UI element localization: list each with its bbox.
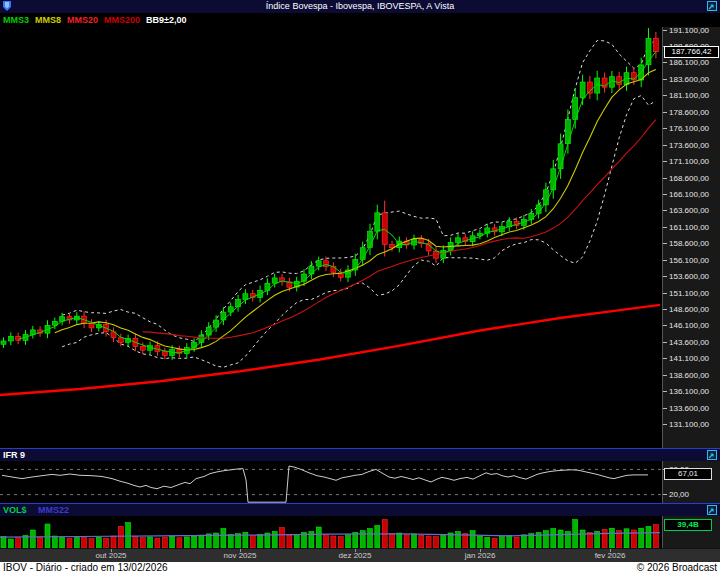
mms200-line bbox=[0, 305, 660, 395]
vol-ma-label: MMS22 bbox=[38, 505, 69, 515]
chart-title: Índice Bovespa - Ibovespa, IBOVESPA, A V… bbox=[0, 1, 720, 11]
price-axis-label: 176.100,00 bbox=[663, 124, 709, 133]
ifr-axis[interactable]: 80,00 20,00 67,01 bbox=[662, 461, 720, 503]
main-price-plot[interactable] bbox=[0, 27, 662, 448]
indicator-legend: MMS3MMS8MMS20MMS200BB9±2,00 bbox=[0, 13, 720, 27]
titlebar: Índice Bovespa - Ibovespa, IBOVESPA, A V… bbox=[0, 0, 720, 13]
price-axis-label: 161.100,00 bbox=[663, 223, 709, 232]
ifr-title: IFR 9 bbox=[3, 450, 25, 460]
price-axis-label: 171.100,00 bbox=[663, 157, 709, 166]
price-axis-label: 173.600,00 bbox=[663, 141, 709, 150]
price-axis-label: 136.100,00 bbox=[663, 387, 709, 396]
last-price-box: 187.766,42 bbox=[664, 46, 719, 58]
popout-icon[interactable] bbox=[707, 1, 717, 11]
broadcast-chart-window: Índice Bovespa - Ibovespa, IBOVESPA, A V… bbox=[0, 0, 720, 575]
price-axis-label: 148.600,00 bbox=[663, 305, 709, 314]
time-axis[interactable]: out 2025nov 2025dez 2025jan 2026fev 2026 bbox=[0, 548, 720, 562]
price-axis-label: 151.100,00 bbox=[663, 289, 709, 298]
month-label-dez: dez 2025 bbox=[339, 551, 372, 560]
vol-title: VOL$ bbox=[3, 505, 27, 515]
price-axis-label: 183.600,00 bbox=[663, 75, 709, 84]
price-axis-label: 143.600,00 bbox=[663, 338, 709, 347]
price-axis-label: 181.100,00 bbox=[663, 91, 709, 100]
month-label-nov: nov 2025 bbox=[224, 551, 257, 560]
mms8-line bbox=[55, 70, 656, 351]
status-left: IBOV - Diário - criado em 13/02/2026 bbox=[3, 562, 168, 573]
ifr-popout-icon[interactable] bbox=[707, 450, 717, 460]
price-axis-label: 156.100,00 bbox=[663, 256, 709, 265]
price-axis-label: 138.600,00 bbox=[663, 371, 709, 380]
legend-item-mms3: MMS3 bbox=[3, 15, 29, 25]
ifr-lower-band-label: 20,00 bbox=[663, 490, 689, 499]
vol-plot[interactable] bbox=[0, 516, 662, 548]
status-right: © 2026 Broadcast bbox=[637, 562, 717, 573]
price-axis-label: 133.600,00 bbox=[663, 404, 709, 413]
ifr-panel-header: IFR 9 bbox=[0, 448, 720, 461]
price-axis-label: 158.600,00 bbox=[663, 239, 709, 248]
mms3-line bbox=[18, 52, 656, 353]
candles bbox=[1, 28, 658, 360]
vol-axis[interactable]: 39,4B bbox=[662, 516, 720, 548]
ifr-value-box: 67,01 bbox=[664, 468, 712, 480]
ifr-chart[interactable] bbox=[0, 461, 662, 503]
price-axis[interactable]: 187.766,42 191.100,00188.600,00186.100,0… bbox=[662, 27, 720, 448]
legend-item-mms200: MMS200 bbox=[104, 15, 140, 25]
price-axis-label: 186.100,00 bbox=[663, 58, 709, 67]
month-label-jan: jan 2026 bbox=[465, 551, 496, 560]
legend-item-mms8: MMS8 bbox=[35, 15, 61, 25]
status-bar: IBOV - Diário - criado em 13/02/2026 © 2… bbox=[0, 562, 720, 575]
price-axis-label: 131.100,00 bbox=[663, 420, 709, 429]
mms20-line bbox=[143, 120, 656, 339]
month-label-fev: fev 2026 bbox=[595, 551, 626, 560]
legend-item-mms20: MMS20 bbox=[67, 15, 98, 25]
price-axis-label: 166.100,00 bbox=[663, 190, 709, 199]
ifr-plot[interactable] bbox=[0, 461, 662, 503]
ifr-line bbox=[2, 466, 648, 502]
price-axis-label: 153.600,00 bbox=[663, 272, 709, 281]
price-axis-label: 168.600,00 bbox=[663, 174, 709, 183]
candlestick-chart[interactable] bbox=[0, 27, 662, 448]
vol-value-box: 39,4B bbox=[664, 519, 712, 531]
month-label-out: out 2025 bbox=[95, 551, 126, 560]
price-axis-label: 141.100,00 bbox=[663, 354, 709, 363]
price-axis-label: 163.600,00 bbox=[663, 206, 709, 215]
vol-panel-header: VOL$ MMS22 bbox=[0, 503, 720, 516]
price-axis-label: 191.100,00 bbox=[663, 26, 709, 35]
price-axis-label: 178.600,00 bbox=[663, 108, 709, 117]
volume-chart[interactable] bbox=[0, 516, 662, 548]
vol-popout-icon[interactable] bbox=[707, 505, 717, 515]
price-axis-label: 146.100,00 bbox=[663, 321, 709, 330]
legend-item-bb9200: BB9±2,00 bbox=[146, 15, 186, 25]
bollinger-upper bbox=[62, 40, 656, 341]
